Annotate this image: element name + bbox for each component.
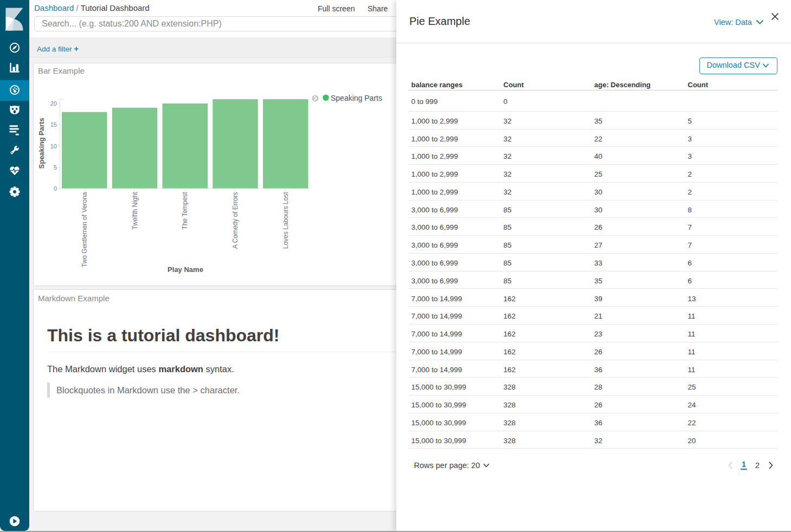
svg-text:A Comedy of Errors: A Comedy of Errors [231, 192, 239, 249]
svg-text:Two Gentlemen of Verona: Two Gentlemen of Verona [81, 192, 88, 267]
svg-text:Loves Labours Lost: Loves Labours Lost [282, 191, 290, 248]
svg-text:5: 5 [54, 164, 57, 170]
svg-text:10: 10 [50, 142, 57, 149]
svg-text:15: 15 [50, 121, 57, 128]
svg-text:Play Name: Play Name [168, 265, 203, 274]
svg-text:Speaking Parts: Speaking Parts [37, 118, 46, 168]
svg-text:0: 0 [54, 185, 57, 192]
svg-text:The Tempest: The Tempest [181, 191, 189, 229]
svg-text:20: 20 [50, 100, 57, 107]
svg-text:Twelfth Night: Twelfth Night [131, 191, 139, 229]
